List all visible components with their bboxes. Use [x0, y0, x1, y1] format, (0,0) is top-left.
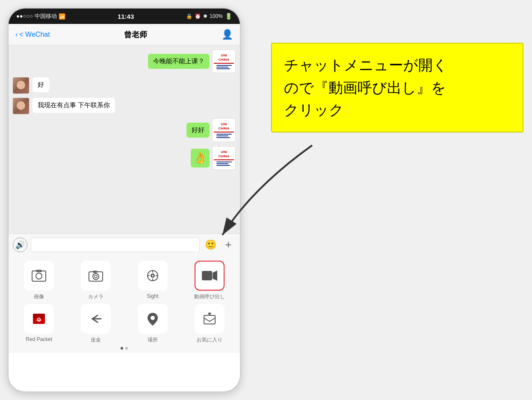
message-bubble: 好	[33, 77, 49, 92]
table-row: 好	[13, 77, 236, 94]
wifi-icon: 📶	[59, 13, 65, 20]
action-grid-row2: Red Packet 送金	[13, 304, 236, 344]
message-wrap: 我现在有点事 下午联系你	[33, 98, 115, 113]
avatar-img	[13, 77, 29, 94]
transfer-icon	[88, 311, 103, 326]
action-item-camera[interactable]: カメラ	[70, 261, 122, 300]
status-bar: ●●○○○ 中国移动 📶 11:43 🔒 ⏰ ✱ 100% 🔋	[9, 9, 240, 24]
dot-1	[121, 347, 123, 350]
action-item-photo[interactable]: 画像	[13, 261, 65, 300]
action-grid-row1: 画像 カメラ	[13, 261, 236, 300]
avatar-img	[13, 98, 29, 114]
back-button[interactable]: ‹ < WeChat	[15, 31, 50, 38]
uni-line	[216, 165, 230, 166]
chat-title: 曾老师	[124, 29, 147, 40]
message-wrap: UNICHINA 好好	[186, 118, 236, 142]
sight-label: Sight	[147, 293, 158, 299]
action-item-sight[interactable]: Sight	[127, 261, 179, 300]
chevron-left-icon: ‹	[15, 31, 18, 38]
uni-line	[216, 68, 230, 69]
voice-button[interactable]: 🔊	[13, 238, 27, 252]
svg-point-5	[95, 275, 97, 278]
transfer-label: 送金	[91, 336, 101, 344]
callout-arrow-svg	[210, 209, 295, 295]
photo-icon	[31, 268, 47, 283]
status-right: 🔒 ⏰ ✱ 100% 🔋	[186, 13, 232, 20]
photo-label: 画像	[34, 293, 44, 300]
favorites-icon	[202, 311, 217, 326]
dot-2	[125, 347, 128, 350]
avatar	[13, 77, 29, 94]
svg-marker-24	[208, 312, 211, 315]
location-label: 場所	[148, 336, 158, 344]
uni-thumb-2[interactable]: UNICHINA	[212, 118, 236, 142]
uni-logo: UNICHINA	[214, 53, 234, 63]
callout-box: チャットメニューが開く ので『動画呼び出し』を クリック	[271, 43, 523, 132]
message-input[interactable]	[31, 238, 200, 252]
page-dots	[13, 347, 236, 350]
uni-line	[216, 137, 230, 138]
location-icon	[145, 311, 160, 326]
alarm-icon: ⏰	[195, 13, 201, 19]
svg-point-1	[36, 273, 42, 279]
action-item-favorites[interactable]: お気に入り	[183, 304, 236, 344]
uni-line	[216, 65, 232, 66]
back-label: < WeChat	[19, 31, 50, 38]
svg-rect-0	[32, 271, 46, 281]
svg-point-4	[93, 274, 99, 279]
table-row: UNICHINA 今晚能不能上课？	[13, 50, 236, 73]
message-bubble: 好好	[186, 123, 210, 138]
battery-text: 100%	[210, 13, 223, 19]
svg-rect-19	[36, 320, 41, 321]
sight-icon-box[interactable]	[138, 261, 168, 291]
uni-lines	[216, 65, 232, 69]
table-row: 我现在有点事 下午联系你	[13, 98, 236, 114]
svg-point-22	[151, 316, 155, 320]
uni-thumb-3[interactable]: UNICHINA	[212, 146, 236, 170]
uni-line	[216, 162, 232, 162]
message-bubble: 我现在有点事 下午联系你	[33, 98, 115, 113]
favorites-icon-box[interactable]	[195, 304, 225, 334]
input-bar: 🔊 🙂 +	[9, 233, 240, 256]
uni-line	[216, 135, 228, 136]
camera-icon-box[interactable]	[81, 261, 111, 291]
transfer-icon-box[interactable]	[81, 304, 111, 334]
svg-point-9	[152, 275, 154, 276]
battery-icon: 🔋	[225, 13, 232, 20]
carrier-text: ●●○○○ 中国移动	[16, 12, 57, 20]
action-item-location[interactable]: 場所	[127, 304, 179, 344]
status-left: ●●○○○ 中国移动 📶	[16, 12, 65, 20]
favorites-label: お気に入り	[197, 336, 222, 344]
red-packet-icon	[31, 311, 47, 326]
nav-bar: ‹ < WeChat 曾老师 👤	[9, 24, 240, 45]
message-bubble: 今晚能不能上课？	[148, 54, 210, 69]
location-icon-box[interactable]	[138, 304, 168, 334]
table-row: UNICHINA 好好	[13, 118, 236, 142]
red-packet-icon-box[interactable]	[24, 304, 54, 334]
callout-text: チャットメニューが開く ので『動画呼び出し』を クリック	[284, 54, 511, 121]
uni-logo: UNICHINA	[214, 122, 234, 132]
contact-icon[interactable]: 👤	[222, 29, 233, 40]
lock-icon: 🔒	[186, 13, 192, 19]
action-panel: 画像 カメラ	[9, 256, 240, 353]
photo-icon-box[interactable]	[24, 261, 54, 291]
bluetooth-icon: ✱	[203, 13, 207, 19]
voice-icon: 🔊	[15, 240, 25, 250]
action-item-transfer[interactable]: 送金	[70, 304, 122, 344]
svg-rect-23	[204, 315, 215, 324]
uni-line	[216, 163, 228, 164]
time-display: 11:43	[118, 13, 134, 20]
red-packet-label: Red Packet	[26, 336, 52, 342]
action-item-red-packet[interactable]: Red Packet	[13, 304, 65, 344]
uni-logo: UNICHINA	[214, 150, 234, 160]
phone-frame: ●●○○○ 中国移动 📶 11:43 🔒 ⏰ ✱ 100% 🔋 ‹ < WeCh…	[8, 8, 241, 392]
chat-area: UNICHINA 今晚能不能上课？ 好	[9, 45, 240, 233]
camera-icon	[88, 268, 103, 283]
uni-lines	[216, 162, 232, 166]
message-wrap: UNICHINA 👌	[191, 146, 236, 170]
message-wrap: 好	[33, 77, 49, 92]
message-wrap: UNICHINA 今晚能不能上课？	[148, 50, 236, 73]
uni-thumb-1[interactable]: UNICHINA	[212, 50, 236, 73]
sight-icon	[145, 268, 160, 283]
camera-label: カメラ	[88, 293, 103, 300]
